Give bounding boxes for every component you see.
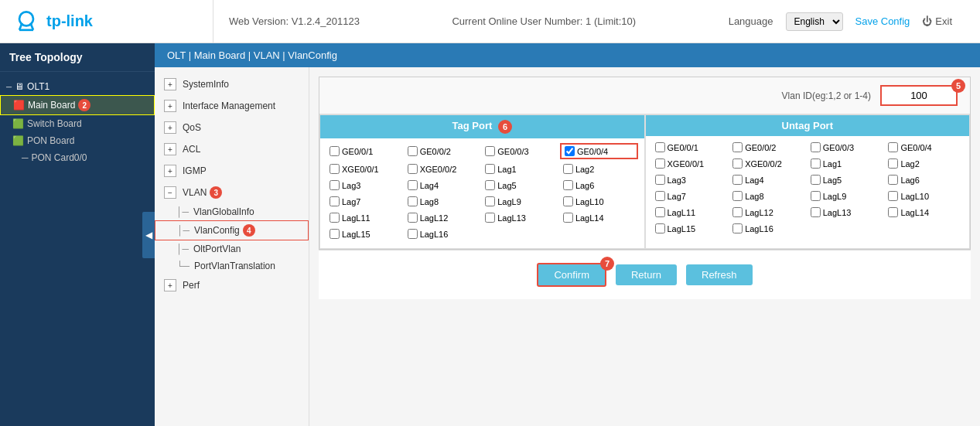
untag-port-lagl15-checkbox[interactable] [655, 223, 665, 233]
sidebar-item-pon-board[interactable]: 🟩 PON Board [0, 132, 155, 149]
tag-port-ge004-checkbox[interactable] [565, 146, 575, 156]
tag-port-lag7-checkbox[interactable] [330, 196, 340, 206]
untag-port-header: Untag Port [646, 115, 970, 136]
confirm-button[interactable]: Confirm [537, 263, 606, 287]
tag-port-lag2-checkbox[interactable] [563, 164, 573, 174]
return-button[interactable]: Return [616, 264, 677, 285]
tag-port-lag3-checkbox[interactable] [330, 180, 340, 190]
untag-port-lagl16-label: LagL16 [745, 224, 773, 233]
tag-port-row-1: GE0/0/1 GE0/0/2 GE0/0/3 [326, 143, 638, 159]
menu-item-perf[interactable]: + Perf [155, 274, 309, 296]
menu-item-systeminfo[interactable]: + SystemInfo [155, 73, 309, 95]
save-config-link[interactable]: Save Config [855, 15, 910, 27]
untag-port-lagl9-checkbox[interactable] [811, 191, 821, 201]
vlan-badge: 3 [210, 186, 222, 199]
menu-item-acl[interactable]: + ACL [155, 138, 309, 160]
tag-port-lag5-checkbox[interactable] [485, 180, 495, 190]
untag-port-lagl14-checkbox[interactable] [888, 207, 898, 217]
untag-port-lagl10: LagL10 [885, 189, 963, 203]
acl-icon: + [164, 143, 176, 155]
submenu-port-vlan-translation[interactable]: └─ PortVlanTranslation [155, 257, 309, 274]
tag-port-lagl14-checkbox[interactable] [563, 213, 573, 223]
menu-item-vlan[interactable]: − VLAN 3 [155, 182, 309, 203]
untag-port-lag3-checkbox[interactable] [655, 175, 665, 185]
tag-port-ge003-checkbox[interactable] [485, 146, 495, 156]
menu-item-igmp[interactable]: + IGMP [155, 160, 309, 182]
menu-item-qos[interactable]: + QoS [155, 117, 309, 138]
tag-port-body: GE0/0/1 GE0/0/2 GE0/0/3 [320, 138, 644, 248]
submenu-dash-icon: │─ [176, 206, 189, 217]
untag-port-lagl10-checkbox[interactable] [888, 191, 898, 201]
untag-port-lag1-checkbox[interactable] [811, 158, 821, 169]
untag-port-lag6-checkbox[interactable] [888, 175, 898, 185]
submenu-vlan-config-dash-icon: │─ [177, 225, 190, 236]
tag-port-xge002-checkbox[interactable] [408, 164, 418, 174]
untag-port-lagl14-label: LagL14 [900, 208, 929, 217]
untag-port-lagl11: LagL11 [652, 206, 730, 219]
content-body: + SystemInfo + Interface Management + Qo… [155, 67, 980, 426]
tag-port-lagl15-checkbox[interactable] [330, 229, 340, 239]
untag-port-lag2-label: Lag2 [900, 159, 919, 169]
tag-port-label: Tag Port [452, 120, 493, 131]
untag-port-lagl13-checkbox[interactable] [811, 207, 821, 217]
tag-port-lag8: Lag8 [405, 195, 483, 208]
tag-port-ge001-checkbox[interactable] [330, 146, 340, 156]
ponboard-label: PON Board [27, 135, 74, 146]
untag-port-lagl11-checkbox[interactable] [655, 207, 665, 217]
submenu-olt-port-vlan[interactable]: │─ OltPortVlan [155, 240, 309, 257]
untag-port-lag2-checkbox[interactable] [888, 158, 898, 169]
exit-button[interactable]: ⏻ Exit [922, 15, 952, 27]
untag-port-ge002-checkbox[interactable] [732, 142, 743, 152]
tag-port-xge001: XGE0/0/1 [326, 162, 405, 176]
submenu-vlan-global-info[interactable]: │─ VlanGlobalInfo [155, 203, 309, 220]
tag-port-section: Tag Port 6 GE0/0/1 [319, 114, 645, 249]
switchboard-icon: 🟩 [12, 118, 24, 129]
tag-port-lagl10-checkbox[interactable] [563, 196, 573, 206]
menu-item-interface[interactable]: + Interface Management [155, 95, 309, 117]
tag-port-lag1-checkbox[interactable] [485, 164, 495, 174]
tag-port-lagl11-label: LagL11 [342, 213, 370, 223]
tag-port-xge001-checkbox[interactable] [330, 164, 340, 174]
tag-port-ge003: GE0/0/3 [482, 143, 560, 159]
tag-port-lagl11-checkbox[interactable] [330, 213, 340, 223]
badge-7: 7 [600, 257, 614, 271]
language-select[interactable]: English [786, 12, 843, 31]
untag-port-xge001-checkbox[interactable] [655, 158, 665, 169]
untag-port-lag7-checkbox[interactable] [655, 191, 665, 201]
untag-port-ge004-checkbox[interactable] [888, 142, 898, 152]
untag-port-lag4-checkbox[interactable] [732, 175, 743, 185]
sidebar-item-olt[interactable]: ─ 🖥 OLT 1 [0, 78, 155, 95]
untag-port-ge002: GE0/0/2 [729, 141, 808, 154]
tag-port-lag6-checkbox[interactable] [563, 180, 573, 190]
header-right: Language English Save Config ⏻ Exit [729, 12, 952, 31]
sidebar-collapse-button[interactable]: ◀ [142, 212, 155, 258]
untag-port-ge001-checkbox[interactable] [655, 142, 665, 152]
logo-area: tp-link [12, 0, 213, 43]
sidebar-item-switch-board[interactable]: 🟩 Switch Board [0, 115, 155, 132]
refresh-button[interactable]: Refresh [686, 264, 753, 285]
tag-port-ge002-label: GE0/0/2 [420, 147, 451, 156]
untag-port-lag5-checkbox[interactable] [811, 175, 821, 185]
untag-port-lag7-label: Lag7 [668, 192, 686, 201]
sidebar-item-main-board[interactable]: 🟥 Main Board 2 [0, 95, 155, 115]
untag-port-lag8: Lag8 [729, 189, 808, 203]
untag-port-lagl16-checkbox[interactable] [732, 223, 743, 233]
sidebar-item-pon-card[interactable]: ─ PON Card0/0 [0, 149, 155, 166]
tag-port-lagl9-checkbox[interactable] [485, 196, 495, 206]
untag-port-ge003-checkbox[interactable] [811, 142, 821, 152]
untag-port-xge002-checkbox[interactable] [732, 158, 743, 169]
tag-port-lag8-checkbox[interactable] [408, 196, 418, 206]
untag-port-lagl13: LagL13 [808, 206, 886, 219]
tag-port-lag4-checkbox[interactable] [408, 180, 418, 190]
untag-port-lag8-checkbox[interactable] [732, 191, 743, 201]
tag-port-ge002-checkbox[interactable] [408, 146, 418, 156]
tag-port-lagl15: LagL15 [326, 227, 405, 240]
tag-port-lagl16-checkbox[interactable] [408, 229, 418, 239]
tag-port-lag7: Lag7 [326, 195, 405, 208]
submenu-vlan-config[interactable]: │─ VlanConfig 4 [155, 220, 309, 240]
tag-port-lagl13-checkbox[interactable] [485, 213, 495, 223]
tag-port-lagl12-checkbox[interactable] [408, 213, 418, 223]
vlan-id-label: Vlan ID(eg:1,2 or 1-4) [782, 90, 871, 101]
untag-port-lagl12-checkbox[interactable] [732, 207, 743, 217]
vlan-id-input[interactable] [880, 85, 958, 106]
